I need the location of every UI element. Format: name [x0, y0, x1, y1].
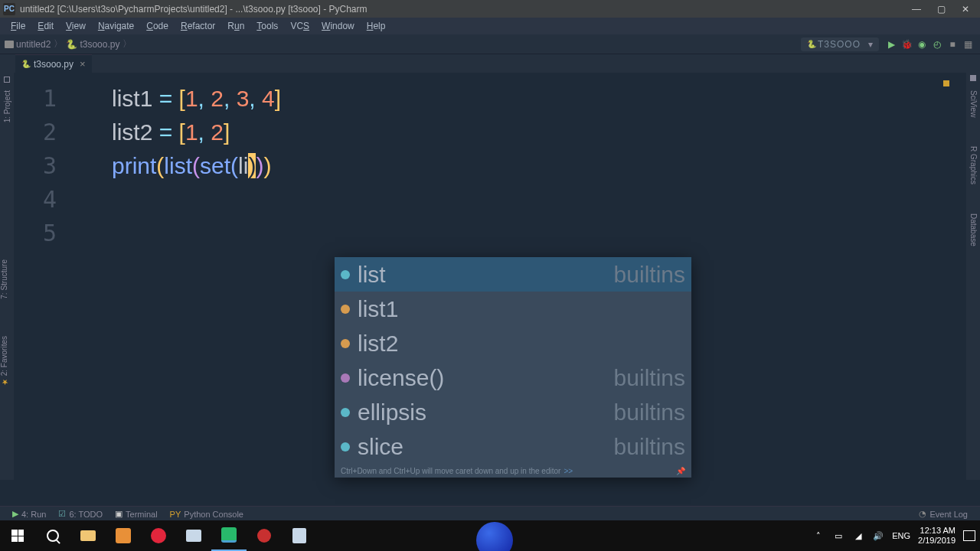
tab-t3sooo[interactable]: 🐍 t3sooo.py ×	[15, 54, 92, 73]
notepad-button[interactable]	[282, 520, 317, 551]
folder-icon	[5, 41, 14, 48]
tray-overflow-icon[interactable]: ˄	[812, 530, 825, 542]
volume-icon[interactable]: 🔊	[872, 530, 884, 542]
language-indicator[interactable]: ENG	[892, 531, 910, 540]
sublime-button[interactable]	[106, 520, 141, 551]
titlebar: PC untitled2 [C:\Users\t3so\PycharmProje…	[0, 0, 980, 18]
completion-item[interactable]: slice builtins	[335, 429, 691, 464]
pycharm-button[interactable]	[211, 520, 247, 551]
notification-icon[interactable]	[963, 530, 975, 541]
completion-kind-icon	[341, 339, 350, 348]
completion-popup[interactable]: list builtins list1 list2 license() buil…	[335, 257, 691, 478]
menu-view[interactable]: View	[60, 21, 92, 31]
stop-button[interactable]: ■	[945, 37, 960, 52]
menubar: File Edit View Navigate Code Refactor Ru…	[0, 18, 980, 34]
favorites-tool-button[interactable]: ★ 2: Favorites	[0, 333, 8, 390]
chevron-icon: 〉	[122, 37, 132, 51]
cursor-highlight	[476, 522, 513, 551]
completion-hint: Ctrl+Down and Ctrl+Up will move caret do…	[335, 464, 691, 478]
breadcrumb-file[interactable]: 🐍 t3sooo.py	[66, 39, 119, 50]
completion-kind-icon	[341, 373, 350, 383]
completion-item[interactable]: list2	[335, 326, 691, 360]
code-line-1: list1 = [1, 2, 3, 4]	[112, 82, 281, 116]
line-number: 4	[14, 183, 74, 217]
code-area[interactable]: list1 = [1, 2, 3, 4] list2 = [1, 2] prin…	[112, 82, 281, 183]
menu-code[interactable]: Code	[140, 21, 175, 31]
completion-kind-icon	[341, 442, 350, 452]
clock[interactable]: 12:13 AM 2/19/2019	[918, 526, 956, 546]
line-number: 5	[14, 217, 74, 250]
event-log-button[interactable]: ◔Event Log	[913, 509, 974, 519]
start-button[interactable]	[0, 520, 35, 551]
python-icon: 🐍	[66, 39, 77, 50]
run-tool-button[interactable]: ▶4: Run	[6, 509, 52, 519]
menu-navigate[interactable]: Navigate	[92, 21, 140, 31]
windows-taskbar: ˄ ▭ ◢ 🔊 ENG 12:13 AM 2/19/2019	[0, 520, 980, 551]
coverage-button[interactable]: ◉	[914, 37, 929, 52]
run-button[interactable]: ▶	[884, 37, 899, 52]
menu-run[interactable]: Run	[221, 21, 250, 31]
sciview-icon[interactable]	[970, 75, 976, 81]
pin-icon[interactable]: 📌	[676, 467, 685, 475]
todo-tool-button[interactable]: ☑6: TODO	[52, 509, 109, 519]
editor-tabs: 🐍 t3sooo.py ×	[0, 54, 980, 73]
bottom-tool-bar: ▶4: Run ☑6: TODO ▣Terminal PYPython Cons…	[0, 506, 980, 521]
system-tray: ˄ ▭ ◢ 🔊 ENG 12:13 AM 2/19/2019	[812, 520, 975, 551]
line-number: 2	[14, 116, 74, 149]
breadcrumb: untitled2 〉 🐍 t3sooo.py 〉	[5, 37, 132, 51]
opera-button[interactable]	[141, 520, 176, 551]
search-button[interactable]	[35, 520, 70, 551]
code-line-2: list2 = [1, 2]	[112, 116, 281, 149]
menu-edit[interactable]: Edit	[31, 21, 60, 31]
mail-button[interactable]	[176, 520, 211, 551]
database-tool-button[interactable]: Database	[969, 210, 978, 249]
code-line-3: print(list(set(li)))	[112, 149, 281, 183]
file-explorer-button[interactable]	[70, 520, 106, 551]
profile-button[interactable]: ◴	[929, 37, 945, 52]
line-number: 1	[14, 82, 74, 116]
menu-refactor[interactable]: Refactor	[175, 21, 221, 31]
maximize-button[interactable]: ▢	[936, 4, 946, 15]
hint-link[interactable]: >>	[564, 467, 573, 475]
python-icon: 🐍	[21, 60, 31, 68]
sciview-tool-button[interactable]: SciView	[969, 87, 978, 120]
structure-tool-button[interactable]: 7: Structure	[0, 256, 8, 302]
pycharm-icon: PC	[3, 3, 15, 15]
minimize-button[interactable]: —	[911, 4, 922, 15]
completion-kind-icon	[341, 408, 350, 417]
recorder-button[interactable]	[247, 520, 282, 551]
completion-item[interactable]: list1	[335, 292, 691, 326]
close-tab-icon[interactable]: ×	[80, 58, 86, 70]
line-gutter: 1 2 3 4 5	[14, 73, 74, 480]
right-tool-strip: SciView R Graphics Database	[966, 73, 980, 480]
toolbar: untitled2 〉 🐍 t3sooo.py 〉 🐍 T3SOOO ▾ ▶ 🐞…	[0, 34, 980, 54]
menu-tools[interactable]: Tools	[250, 21, 284, 31]
error-stripe-indicator[interactable]	[943, 80, 949, 86]
chevron-icon: 〉	[54, 37, 63, 51]
project-tool-button[interactable]: 1: Project	[3, 87, 11, 126]
completion-kind-icon	[341, 270, 350, 279]
line-number: 3	[14, 149, 74, 183]
menu-vcs[interactable]: VCS	[284, 21, 315, 31]
run-config-selector[interactable]: 🐍 T3SOOO ▾	[801, 37, 879, 51]
close-button[interactable]: ✕	[960, 4, 971, 15]
battery-icon[interactable]: ▭	[832, 530, 844, 542]
project-tool-icon[interactable]	[4, 77, 10, 83]
completion-item[interactable]: ellipsis builtins	[335, 395, 691, 429]
breadcrumb-project[interactable]: untitled2	[5, 39, 51, 50]
menu-help[interactable]: Help	[361, 21, 392, 31]
completion-kind-icon	[341, 305, 350, 314]
completion-item[interactable]: license() builtins	[335, 360, 691, 395]
window-title: untitled2 [C:\Users\t3so\PycharmProjects…	[20, 4, 911, 15]
rgraphics-tool-button[interactable]: R Graphics	[969, 143, 978, 187]
search-button[interactable]: ▦	[960, 37, 975, 52]
python-icon: 🐍	[807, 40, 816, 48]
code-editor[interactable]: 1 2 3 4 5 list1 = [1, 2, 3, 4] list2 = […	[14, 73, 966, 480]
menu-file[interactable]: File	[5, 21, 31, 31]
completion-item[interactable]: list builtins	[335, 257, 691, 292]
menu-window[interactable]: Window	[315, 21, 361, 31]
python-console-button[interactable]: PYPython Console	[164, 510, 250, 519]
debug-button[interactable]: 🐞	[899, 37, 914, 52]
wifi-icon[interactable]: ◢	[852, 530, 864, 542]
terminal-tool-button[interactable]: ▣Terminal	[109, 509, 164, 519]
